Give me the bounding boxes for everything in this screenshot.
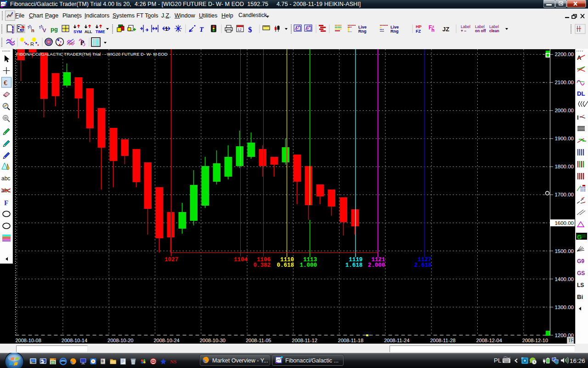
svg-text:NS: NS: [170, 359, 176, 364]
svg-text:F: F: [4, 199, 8, 207]
svg-text:pg: pg: [51, 26, 58, 33]
svg-text:ALL: ALL: [85, 29, 92, 34]
svg-text:JZ: JZ: [442, 26, 449, 33]
svg-text:2008-12-04: 2008-12-04: [476, 338, 502, 343]
svg-text:2008-10-30: 2008-10-30: [200, 338, 226, 343]
svg-text:Market Overview - Y...: Market Overview - Y...: [212, 357, 268, 364]
svg-text:1900.00: 1900.00: [554, 136, 574, 141]
svg-text:DL: DL: [577, 90, 585, 97]
svg-text:1400.00: 1400.00: [554, 276, 574, 282]
svg-text:2008-12-10: 2008-12-10: [522, 338, 548, 343]
svg-text:B: B: [102, 359, 104, 363]
svg-text:LS: LS: [577, 282, 584, 288]
svg-text:2008-11-18: 2008-11-18: [338, 338, 363, 343]
svg-text:n: n: [31, 28, 34, 33]
svg-text:1.618: 1.618: [345, 262, 363, 269]
svg-text:+ –: + –: [461, 29, 466, 33]
svg-text:1500.00: 1500.00: [554, 248, 574, 254]
svg-text:TF: TF: [568, 338, 574, 343]
svg-text:€: €: [4, 79, 7, 86]
svg-text:1027: 1027: [164, 257, 178, 263]
svg-text:abc: abc: [1, 175, 10, 182]
svg-text:1600.00: 1600.00: [554, 220, 574, 226]
svg-text:2.618: 2.618: [414, 262, 432, 269]
svg-text:16:26: 16:26: [570, 357, 585, 364]
svg-text:R: R: [30, 41, 34, 47]
svg-text:T: T: [199, 26, 204, 33]
svg-text:2008-10-24: 2008-10-24: [153, 338, 179, 343]
svg-text:SYM: SYM: [74, 29, 82, 34]
svg-text:h: h: [431, 27, 435, 33]
svg-text:2.000: 2.000: [368, 262, 385, 269]
svg-text:2008-10-08: 2008-10-08: [16, 338, 41, 343]
svg-text:Fibonacci/Galactic ...: Fibonacci/Galactic ...: [285, 357, 339, 364]
svg-text:2000.00: 2000.00: [554, 108, 574, 113]
svg-text:2008-10-20: 2008-10-20: [107, 338, 133, 343]
svg-text:2008-11-28: 2008-11-28: [430, 338, 455, 343]
svg-text:W: W: [12, 31, 14, 34]
svg-text:$: $: [248, 25, 252, 34]
svg-text:4: 4: [4, 3, 7, 8]
svg-text:2008-10-14: 2008-10-14: [62, 338, 87, 343]
svg-text:on off: on off: [475, 29, 486, 33]
svg-text:1: 1: [165, 26, 168, 32]
svg-text:PL: PL: [494, 357, 502, 364]
svg-text:2100.00: 2100.00: [554, 80, 574, 85]
svg-text:1800.00: 1800.00: [554, 164, 574, 169]
svg-text:2008-11-05: 2008-11-05: [246, 338, 271, 343]
svg-text:2008-11-12: 2008-11-12: [292, 338, 317, 343]
svg-text:FZ: FZ: [416, 29, 421, 34]
svg-text:TIME: TIME: [96, 29, 105, 34]
svg-text:I: I: [577, 114, 579, 121]
svg-text:clean: clean: [489, 29, 499, 33]
svg-text:1300.00: 1300.00: [554, 305, 574, 310]
svg-text:FIBONACCI/GALACTIC TRADER(TM): FIBONACCI/GALACTIC TRADER(TM) Trial - WI…: [16, 52, 168, 57]
svg-text:HP: HP: [416, 24, 422, 29]
svg-text:Rng: Rng: [390, 29, 399, 34]
svg-text:Bi: Bi: [577, 293, 583, 300]
svg-text:GS: GS: [577, 270, 585, 276]
svg-text:2200.00: 2200.00: [554, 52, 574, 57]
svg-text:Rng: Rng: [358, 29, 367, 34]
svg-text:1.000: 1.000: [300, 262, 317, 269]
svg-text:1104: 1104: [234, 257, 248, 263]
svg-text:V: V: [43, 28, 46, 33]
svg-text:12: 12: [237, 28, 242, 32]
svg-text:1700.00: 1700.00: [554, 192, 574, 197]
svg-text:G9: G9: [577, 258, 584, 264]
svg-text:0.618: 0.618: [277, 262, 294, 269]
svg-text:0.382: 0.382: [253, 262, 271, 269]
svg-text:2008-11-24: 2008-11-24: [384, 338, 409, 343]
